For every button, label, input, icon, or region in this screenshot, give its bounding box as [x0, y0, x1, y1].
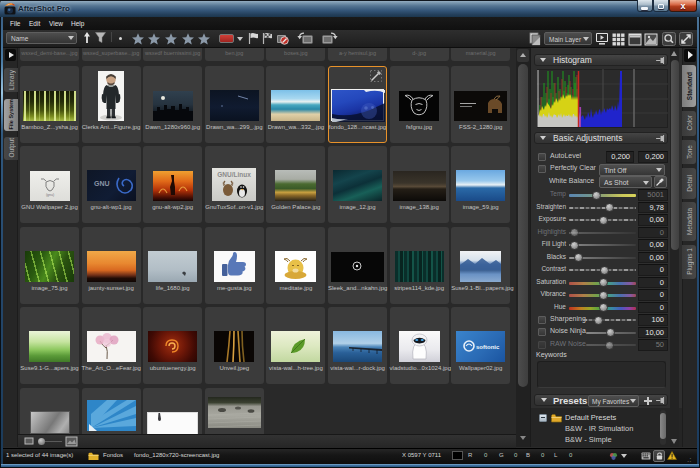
svg-text:GNU: GNU [94, 180, 110, 187]
svg-text:(gnu): (gnu) [45, 193, 53, 197]
svg-text:GNU/Linux: GNU/Linux [218, 171, 252, 178]
svg-text:softonic: softonic [476, 344, 500, 350]
